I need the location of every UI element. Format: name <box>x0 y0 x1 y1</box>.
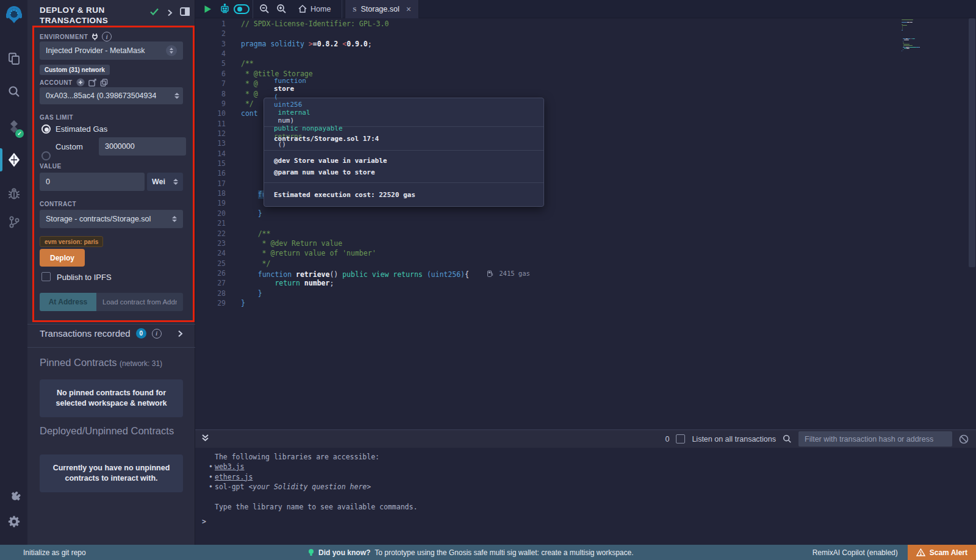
compile-success-badge: ✓ <box>15 129 24 138</box>
listen-transactions-label: Listen on all transactions <box>692 435 776 443</box>
tab-close-icon[interactable]: × <box>406 4 411 14</box>
settings-gear-icon[interactable] <box>0 508 27 535</box>
estimated-gas-label: Estimated Gas <box>56 124 107 134</box>
file-explorer-icon[interactable] <box>0 45 27 72</box>
main-area: Home S Storage.sol × 1234567891011121314… <box>195 0 976 545</box>
solidity-compiler-icon[interactable]: ✓ <box>0 113 27 140</box>
plugin-manager-icon[interactable] <box>0 484 27 511</box>
editor-toolbar: Home S Storage.sol × <box>195 0 976 18</box>
scam-alert-label: Scam Alert <box>930 548 967 557</box>
terminal-line <box>195 492 976 501</box>
git-init-status[interactable]: Initialize as git repo <box>23 548 86 557</box>
code-line: function retrieve() public view returns … <box>241 268 530 278</box>
terminal-library-link[interactable]: web3.js <box>215 462 244 471</box>
gas-limit-label: GAS LIMIT <box>40 114 73 121</box>
ai-copilot-robot-icon[interactable] <box>216 0 233 18</box>
terminal-prompt[interactable]: > <box>202 517 206 526</box>
terminal-bar: 0 Listen on all transactions <box>195 429 976 448</box>
account-value: 0xA03...85ac4 (0.398673504934 <box>46 92 156 100</box>
clear-console-icon[interactable] <box>959 434 969 444</box>
panel-title: DEPLOY & RUN TRANSACTIONS <box>40 5 143 26</box>
account-label: ACCOUNT <box>40 79 73 86</box>
active-plugin-indicator <box>0 148 2 171</box>
code-line <box>241 49 530 59</box>
remix-ide-window: ✓ DEPLOY & RUN TRANSACTIONS <box>0 0 976 560</box>
warning-triangle-icon <box>916 548 925 556</box>
at-address-button[interactable]: At Address <box>40 293 96 311</box>
account-select[interactable]: 0xA03...85ac4 (0.398673504934 <box>40 87 183 104</box>
value-unit-select[interactable]: Wei <box>147 173 183 191</box>
zoom-in-icon[interactable] <box>273 0 290 18</box>
listen-transactions-checkbox[interactable] <box>676 434 685 443</box>
hover-tooltip: function store (uint256 internal num) pu… <box>264 98 544 207</box>
terminal-filter-input[interactable] <box>798 431 952 447</box>
value-label: VALUE <box>40 163 62 170</box>
search-icon[interactable] <box>0 78 27 105</box>
code-line: return number; <box>241 278 530 288</box>
transactions-recorded-label: Transactions recorded <box>40 328 131 339</box>
deploy-run-panel: DEPLOY & RUN TRANSACTIONS ENVIRONMENT i … <box>27 0 195 545</box>
terminal-library-link[interactable]: ethers.js <box>215 473 253 481</box>
add-account-icon[interactable] <box>76 78 85 87</box>
panel-expand-icon[interactable] <box>167 8 173 19</box>
contract-label: CONTRACT <box>40 201 76 207</box>
environment-select[interactable]: Injected Provider - MetaMask <box>40 41 183 60</box>
publish-ipfs-checkbox[interactable] <box>41 272 51 281</box>
edit-account-icon[interactable] <box>88 79 96 87</box>
gas-estimate-badge: 2415 gas <box>487 268 530 278</box>
code-line: /** <box>241 229 530 239</box>
contract-select[interactable]: Storage - contracts/Storage.sol <box>40 210 183 228</box>
code-line: // SPDX-License-Identifier: GPL-3.0 <box>241 19 530 29</box>
panel-check-icon[interactable] <box>149 7 159 18</box>
editor-scrollbar[interactable] <box>969 18 975 267</box>
scam-alert-button[interactable]: Scam Alert <box>908 545 976 560</box>
pinned-contracts-heading: Pinned Contracts (network: 31) <box>40 357 162 368</box>
terminal-line: •ethers.js <box>195 472 976 482</box>
copilot-status: RemixAI Copilot (enabled) <box>813 548 898 557</box>
network-badge: Custom (31) network <box>40 65 110 75</box>
deploy-button[interactable]: Deploy <box>40 249 85 267</box>
zoom-out-icon[interactable] <box>256 0 273 18</box>
tab-home-label: Home <box>310 5 331 13</box>
environment-value: Injected Provider - MetaMask <box>46 46 145 55</box>
tab-home[interactable]: Home <box>290 0 339 18</box>
debugger-icon[interactable] <box>0 181 27 207</box>
git-icon[interactable] <box>0 209 27 235</box>
copy-account-icon[interactable] <box>100 79 108 87</box>
tooltip-gas-estimate: Estimated execution cost: 22520 gas <box>264 183 544 206</box>
terminal-search-icon[interactable] <box>783 434 792 443</box>
remix-logo-icon[interactable] <box>0 2 27 28</box>
transactions-info-icon[interactable]: i <box>152 329 162 339</box>
estimated-gas-radio[interactable] <box>41 124 51 134</box>
transactions-count-badge: 0 <box>136 328 146 339</box>
tab-storage-label: Storage.sol <box>361 5 399 13</box>
status-bar: Initialize as git repo Did you know? To … <box>0 545 976 560</box>
panel-pin-icon[interactable] <box>180 7 190 18</box>
code-line: pragma solidity >=0.8.2 <0.9.0; <box>241 39 530 49</box>
terminal-output[interactable]: The following libraries are accessible:•… <box>195 448 976 545</box>
code-editor[interactable]: 1234567891011121314151617181920212223242… <box>195 18 976 429</box>
tip-bold-text: Did you know? <box>318 548 370 557</box>
copilot-toggle[interactable] <box>233 0 250 18</box>
editor-minimap[interactable] <box>902 20 942 93</box>
run-script-icon[interactable] <box>199 0 216 18</box>
code-line: /** <box>241 59 530 68</box>
transactions-expand-icon[interactable] <box>178 330 183 337</box>
deploy-run-icon[interactable] <box>0 146 27 173</box>
environment-info-icon[interactable]: i <box>102 32 112 41</box>
custom-gas-radio[interactable] <box>41 151 51 160</box>
at-address-input[interactable] <box>96 293 183 311</box>
tab-storage-sol[interactable]: S Storage.sol × <box>345 0 419 18</box>
tooltip-signature: function store (uint256 internal num) pu… <box>264 98 544 127</box>
divider <box>27 347 195 348</box>
plug-icon[interactable] <box>92 33 98 40</box>
terminal-collapse-icon[interactable] <box>201 434 209 445</box>
code-line: * @dev Return value <box>241 239 530 248</box>
value-input[interactable] <box>40 173 145 191</box>
code-line: } <box>241 289 530 298</box>
custom-gas-input[interactable] <box>99 137 186 156</box>
deployed-contracts-heading: Deployed/Unpinned Contracts <box>40 425 174 437</box>
did-you-know-tip: Did you know? To prototype using the Gno… <box>308 548 634 557</box>
code-line: } <box>241 209 530 218</box>
publish-ipfs-label: Publish to IPFS <box>57 273 112 282</box>
